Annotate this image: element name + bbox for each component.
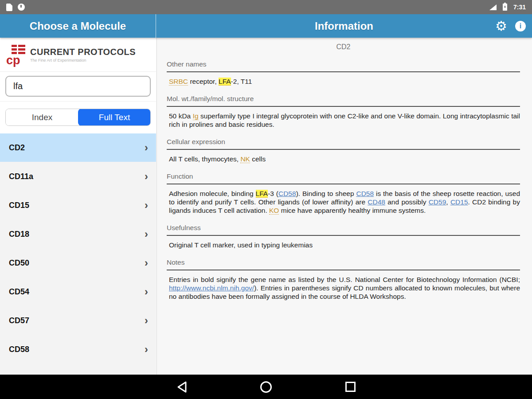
- chevron-right-icon: ›: [145, 230, 148, 239]
- home-circle-icon: [260, 381, 272, 393]
- text-segment: and possibly: [385, 198, 429, 206]
- list-item-label: CD18: [9, 230, 29, 239]
- logo-cp-text: cp: [6, 55, 20, 66]
- search-input[interactable]: [5, 76, 151, 97]
- text-segment: -3 (: [268, 190, 278, 197]
- list-item-cd58[interactable]: CD58 ›: [0, 335, 156, 364]
- search-highlight[interactable]: LFA: [219, 78, 231, 86]
- right-header: Information ⚙ i: [156, 14, 532, 38]
- app-screen: 7:31 Choose a Molecule Information ⚙ i: [0, 0, 532, 399]
- list-item-label: CD54: [9, 287, 29, 297]
- text-segment: Entries in bold signify the gene name as…: [169, 276, 520, 283]
- brand-name: CURRENT PROTOCOLS: [30, 47, 136, 57]
- section-body: Original T cell marker, used in typing l…: [167, 241, 520, 249]
- inline-link[interactable]: CD48: [368, 198, 385, 206]
- section-body: Adhesion molecule, binding LFA-3 (CD58).…: [167, 189, 520, 215]
- battery-icon: [503, 4, 507, 11]
- inline-link[interactable]: http://www.ncbi.nlm.nih.gov/: [169, 284, 254, 292]
- text-segment: ). Binding to sheep: [296, 190, 356, 197]
- list-item-cd15[interactable]: CD15 ›: [0, 191, 156, 219]
- inline-link[interactable]: CD15: [450, 198, 468, 206]
- inline-link[interactable]: CD58: [278, 190, 296, 197]
- section-divider: [167, 149, 520, 150]
- inline-link[interactable]: CD59: [429, 198, 446, 206]
- text-segment: mice have apparently healthy immune syst…: [279, 207, 426, 214]
- info-icon[interactable]: i: [515, 21, 526, 31]
- list-item-cd11a[interactable]: CD11a ›: [0, 162, 156, 191]
- section-notes: Notes Entries in bold signify the gene n…: [167, 258, 520, 301]
- text-segment: All T cells, thymocytes,: [169, 155, 240, 163]
- right-panel-title: Information: [156, 20, 532, 32]
- section-cellular-expression: Cellular expression All T cells, thymocy…: [167, 138, 520, 163]
- chevron-right-icon: ›: [145, 143, 148, 152]
- molecule-title: CD2: [167, 43, 520, 51]
- text-segment: ,: [446, 198, 450, 206]
- list-item-cd57[interactable]: CD57 ›: [0, 306, 156, 335]
- chevron-right-icon: ›: [145, 316, 148, 325]
- chevron-right-icon: ›: [145, 258, 148, 267]
- list-item-label: CD11a: [9, 172, 33, 181]
- brand-logo: cp CURRENT PROTOCOLS The Fine Art of Exp…: [0, 38, 156, 72]
- inline-link[interactable]: CD58: [356, 190, 374, 197]
- glossary-term[interactable]: KO: [269, 207, 279, 215]
- text-segment: -2, T11: [231, 78, 252, 85]
- left-panel-title: Choose a Molecule: [30, 20, 126, 32]
- section-divider: [167, 106, 520, 107]
- back-button[interactable]: [164, 375, 200, 399]
- text-segment: Original T cell marker, used in typing l…: [169, 241, 313, 249]
- notification-doc-icon: [6, 4, 12, 11]
- status-indicators: 7:31: [489, 4, 526, 11]
- text-segment: Adhesion molecule, binding: [169, 190, 256, 197]
- home-button[interactable]: [248, 375, 284, 399]
- list-item-label: CD50: [9, 258, 29, 268]
- chevron-right-icon: ›: [145, 201, 148, 210]
- left-header: Choose a Molecule: [0, 14, 156, 38]
- glossary-term[interactable]: NK: [240, 155, 250, 163]
- section-body: Entries in bold signify the gene name as…: [167, 275, 520, 301]
- clock-time: 7:31: [513, 4, 526, 11]
- list-item-cd54[interactable]: CD54 ›: [0, 278, 156, 306]
- glossary-term[interactable]: Ig: [193, 112, 199, 120]
- text-segment: receptor,: [188, 78, 219, 85]
- back-triangle-icon: [176, 381, 188, 393]
- list-item-cd50[interactable]: CD50 ›: [0, 249, 156, 277]
- list-item-label: CD15: [9, 201, 29, 210]
- section-divider: [167, 184, 520, 184]
- logo-bars: [12, 45, 25, 54]
- brand-tagline: The Fine Art of Experimentation: [30, 58, 136, 63]
- section-heading: Notes: [167, 258, 520, 266]
- section-body: All T cells, thymocytes, NK cells: [167, 155, 520, 163]
- android-nav-bar: [0, 375, 532, 399]
- section-body: SRBC receptor, LFA-2, T11: [167, 77, 520, 86]
- section-heading: Mol. wt./family/mol. structure: [167, 95, 520, 103]
- section-heading: Cellular expression: [167, 138, 520, 146]
- molecule-sidebar: cp CURRENT PROTOCOLS The Fine Art of Exp…: [0, 38, 156, 375]
- search-highlight[interactable]: LFA: [256, 190, 268, 198]
- glossary-term[interactable]: SRBC: [169, 78, 188, 86]
- chevron-right-icon: ›: [145, 345, 148, 354]
- list-item-cd102[interactable]: CD102 ›: [0, 364, 156, 375]
- section-divider: [167, 71, 520, 72]
- tab-full-text[interactable]: Full Text: [78, 109, 151, 126]
- section-other-names: Other names SRBC receptor, LFA-2, T11: [167, 60, 520, 86]
- search-mode-tabs: Index Full Text: [0, 101, 156, 133]
- chevron-right-icon: ›: [145, 172, 148, 181]
- chevron-right-icon: ›: [145, 287, 148, 296]
- cp-logo-icon: cp: [6, 43, 27, 66]
- settings-gear-icon[interactable]: ⚙: [495, 20, 507, 33]
- list-item-cd2[interactable]: CD2 ›: [0, 133, 156, 162]
- notification-clock-icon: [18, 4, 25, 11]
- recents-button[interactable]: [332, 375, 368, 399]
- section-heading: Function: [167, 172, 520, 180]
- list-item-cd18[interactable]: CD18 ›: [0, 220, 156, 248]
- section-mol-structure: Mol. wt./family/mol. structure 50 kDa Ig…: [167, 95, 520, 129]
- text-segment: cells: [250, 155, 266, 163]
- text-segment: superfamily type I integral glycoprotein…: [169, 112, 520, 128]
- list-item-label: CD57: [9, 316, 29, 325]
- tab-index[interactable]: Index: [6, 109, 78, 125]
- molecule-list[interactable]: CD2 › CD11a › CD15 › CD18 › CD50 › CD54 …: [0, 133, 156, 375]
- status-notifications: [6, 4, 25, 11]
- list-item-label: CD2: [9, 143, 25, 153]
- section-function: Function Adhesion molecule, binding LFA-…: [167, 172, 520, 215]
- status-bar: 7:31: [0, 0, 532, 14]
